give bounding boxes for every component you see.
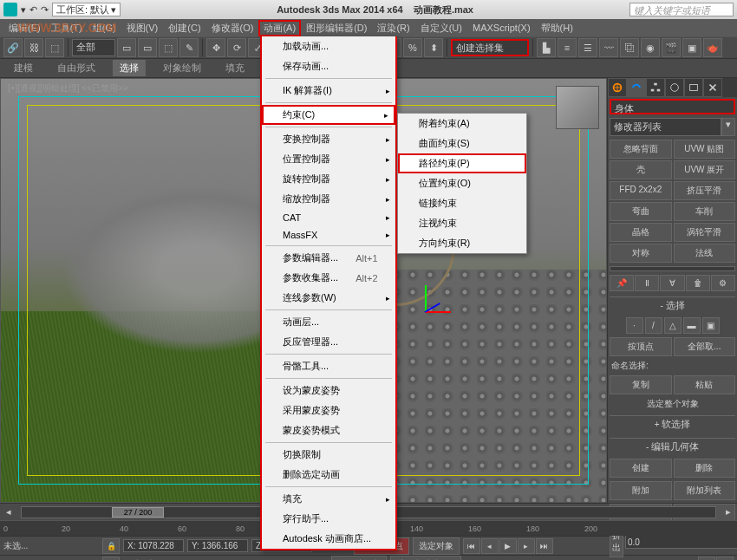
menu-row[interactable]: CAT [262,209,395,226]
workspace-dropdown[interactable]: 工作区: 默认▾ [52,3,121,16]
menu-item[interactable]: 修改器(O) [206,20,259,36]
move-icon[interactable]: ✥ [206,38,225,57]
menu-row[interactable]: Autodesk 动画商店... [262,529,395,549]
hierarchy-tab-icon[interactable] [646,78,665,97]
y-coord[interactable]: Y: 1366.166 [187,539,248,552]
link-icon[interactable]: 🔗 [3,38,23,57]
modifier-preset-button[interactable]: 挤压平滑 [674,181,736,200]
select-all-btn[interactable]: 全部取... [674,337,736,356]
menu-row[interactable]: 删除选定动画 [262,465,395,485]
ribbon-tab[interactable]: 建模 [7,60,40,76]
selected-object-dropdown[interactable]: 选定对象 [413,537,460,555]
mirror-icon[interactable]: ▙ [537,38,556,57]
unique-icon[interactable]: ∀ [660,275,684,291]
named-selection-dropdown[interactable]: 创建选择集 [451,39,529,56]
edge-subobj-icon[interactable]: / [645,317,662,334]
spinner-snap-icon[interactable]: ⬍ [424,38,443,57]
prev-frame-icon[interactable]: ◂ [481,538,499,554]
time-slider-handle[interactable]: 27 / 200 [112,507,164,518]
timeline-prev-icon[interactable]: ◂ [0,506,17,518]
soft-select-rollout[interactable]: + 软选择 [610,415,735,433]
select-icon[interactable]: ▭ [117,38,136,57]
qat-icon[interactable]: ▾ [21,4,26,16]
modifier-preset-button[interactable]: UVW 展开 [674,160,736,179]
ribbon-tab[interactable]: 对象绘制 [156,60,208,76]
menu-row[interactable]: 注视约束 [398,213,526,233]
menu-row[interactable]: 约束(C) [262,105,395,125]
percent-snap-icon[interactable]: % [403,38,422,57]
remove-mod-icon[interactable]: 🗑 [686,275,710,291]
lock-selection-icon[interactable]: 🔒 [102,538,120,554]
modifier-preset-button[interactable]: 车削 [674,202,736,221]
menu-item[interactable]: 渲染(R) [372,20,414,36]
menu-item[interactable]: MAXScript(X) [467,21,536,35]
modifier-preset-button[interactable]: 法线 [674,244,736,263]
create-tab-icon[interactable] [608,78,627,97]
next-frame-icon[interactable]: ▸ [518,538,535,554]
goto-end-icon[interactable]: ⏭ [536,538,553,554]
menu-row[interactable]: 路径约束(P) [398,153,526,173]
play-icon[interactable]: ▶ [499,538,517,554]
menu-row[interactable]: 参数编辑器...Alt+1 [262,248,395,268]
select-rect-icon[interactable]: ⬚ [159,38,178,57]
app-logo[interactable] [3,3,17,16]
edit-geom-rollout[interactable]: - 编辑几何体 [610,438,735,455]
align-icon[interactable]: ≡ [558,38,577,57]
render-icon[interactable]: 🫖 [703,38,722,57]
menu-row[interactable]: 位置控制器 [262,149,395,169]
menu-row[interactable]: 方向约束(R) [398,233,526,253]
render-frame-icon[interactable]: ▣ [682,38,701,57]
menu-row[interactable]: 骨骼工具... [262,356,395,376]
modifier-preset-button[interactable]: 忽略背面 [610,140,672,159]
menu-item[interactable]: 自定义(U) [415,20,467,36]
menu-item[interactable]: 创建(C) [163,20,205,36]
menu-row[interactable]: 设为蒙皮姿势 [262,381,395,400]
motion-tab-icon[interactable] [665,78,684,97]
help-search[interactable]: 键入关键字或短语 [629,3,734,16]
ribbon-tab[interactable]: 填充 [218,60,251,76]
timeline-next-icon[interactable]: ▸ [720,506,737,518]
bind-icon[interactable]: ⬚ [45,38,64,57]
ribbon-tab[interactable]: 选择 [113,60,146,76]
menu-row[interactable]: 连线参数(W) [262,288,395,308]
ribbon-tab[interactable]: 自由形式 [50,60,102,76]
menu-row[interactable]: 保存动画... [262,56,395,76]
select-name-icon[interactable]: ▭ [138,38,157,57]
modifier-preset-button[interactable]: 涡轮平滑 [674,223,736,242]
modify-tab-icon[interactable] [627,78,646,97]
menu-row[interactable]: 动画层... [262,312,395,332]
modifier-preset-button[interactable]: FFD 2x2x2 [610,181,672,200]
menu-row[interactable]: 变换控制器 [262,129,395,149]
menu-row[interactable]: 采用蒙皮姿势 [262,400,395,420]
qat-icon[interactable]: ↷ [41,4,49,16]
unlink-icon[interactable]: ⛓ [24,38,43,57]
stack-header[interactable]: ▣ 可编辑网格 [612,269,733,271]
attach-btn[interactable]: 附加 [610,481,672,500]
modifier-preset-button[interactable]: 壳 [610,160,672,179]
set-key-button[interactable]: 设置关键点 [331,556,387,561]
menu-row[interactable]: MassFX [262,226,395,244]
select-paint-icon[interactable]: ✎ [179,38,199,57]
modifier-preset-button[interactable]: UVW 贴图 [674,140,736,159]
modifier-preset-button[interactable]: 弯曲 [610,202,672,221]
selection-rollout[interactable]: - 选择 [610,296,735,314]
config-icon[interactable]: ⚙ [711,275,735,291]
face-subobj-icon[interactable]: △ [664,317,682,334]
menu-row[interactable]: 缩放控制器 [262,189,395,209]
render-setup-icon[interactable]: 🎬 [662,38,681,57]
copy-btn[interactable]: 复制 [610,375,672,394]
menu-row[interactable]: 旋转控制器 [262,169,395,189]
paste-btn[interactable]: 粘贴 [674,375,736,394]
create-btn[interactable]: 创建 [610,459,672,478]
qat-icon[interactable]: ↶ [29,4,37,16]
menu-row[interactable]: 链接约束 [398,193,526,213]
goto-start-icon[interactable]: ⏮ [463,538,480,554]
menu-item[interactable]: 视图(V) [121,20,164,36]
key-mode-icon[interactable]: ⊙ [698,557,715,561]
modifier-stack[interactable]: ▣ 可编辑网格 — 顶点— 边— 面— 多边形— 元素 [610,266,735,271]
viewport-label[interactable]: [+][透视][明暗处理] <<已禁用>> [8,82,128,94]
vertex-subobj-icon[interactable]: · [626,317,643,334]
menu-row[interactable]: 蒙皮姿势模式 [262,420,395,440]
x-coord[interactable]: X: 1078.228 [123,539,184,552]
curve-editor-icon[interactable]: 〰 [599,38,618,57]
